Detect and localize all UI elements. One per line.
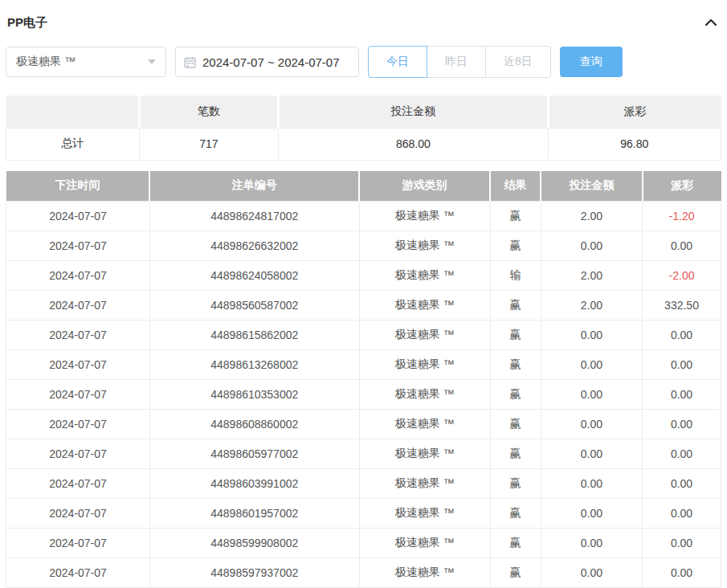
filter-row: 极速糖果 ™ 2024-07-07 ~ 2024-07-07 今日: [6, 46, 721, 78]
cell-payout: 0.00: [643, 350, 721, 380]
cell-bet-time: 2024-07-07: [6, 321, 150, 350]
summary-total-bet-amount: 868.00: [279, 128, 549, 160]
cell-payout: 0.00: [643, 321, 721, 350]
cell-bet-time: 2024-07-07: [6, 350, 150, 380]
cell-payout: 0.00: [643, 499, 721, 529]
cell-bet-amount: 2.00: [541, 291, 642, 321]
table-row: 2024-07-0744898624058002极速糖果 ™输2.00-2.00: [6, 261, 721, 291]
table-row: 2024-07-0744898601957002极速糖果 ™赢0.000.00: [6, 499, 721, 529]
table-row: 2024-07-0744898610353002极速糖果 ™赢0.000.00: [6, 380, 721, 410]
cell-order-no: 44898624817002: [149, 202, 359, 231]
cell-result: 赢: [490, 469, 541, 499]
cell-game-type: 极速糖果 ™: [359, 410, 490, 439]
cell-result: 赢: [490, 380, 541, 410]
table-row: 2024-07-0744898626632002极速糖果 ™赢0.000.00: [6, 231, 721, 261]
yesterday-button[interactable]: 昨日: [427, 46, 486, 78]
quick-filter-group: 今日 昨日 近8日: [368, 46, 551, 78]
cell-bet-amount: 0.00: [541, 469, 642, 499]
cell-payout: 332.50: [643, 291, 721, 321]
last-8-days-button[interactable]: 近8日: [485, 46, 551, 78]
cell-result: 赢: [490, 202, 541, 231]
cell-result: 输: [490, 261, 541, 291]
cell-bet-time: 2024-07-07: [6, 439, 150, 469]
caret-down-icon: [148, 59, 156, 64]
cell-game-type: 极速糖果 ™: [359, 529, 490, 558]
cell-order-no: 44898613268002: [149, 350, 359, 380]
cell-result: 赢: [490, 558, 541, 588]
cell-bet-time: 2024-07-07: [6, 558, 150, 588]
cell-bet-time: 2024-07-07: [6, 529, 150, 558]
cell-bet-time: 2024-07-07: [6, 410, 150, 439]
cell-result: 赢: [490, 439, 541, 469]
table-row: 2024-07-0744898597937002极速糖果 ™赢0.000.00: [6, 558, 721, 588]
today-button[interactable]: 今日: [368, 46, 427, 78]
cell-bet-time: 2024-07-07: [6, 202, 150, 231]
cell-bet-time: 2024-07-07: [6, 380, 150, 410]
cell-payout: -2.00: [643, 261, 721, 291]
table-row: 2024-07-0744898613268002极速糖果 ™赢0.000.00: [6, 350, 721, 380]
cell-order-no: 44898615862002: [149, 321, 359, 350]
calendar-icon: [184, 56, 196, 68]
cell-order-no: 44898597937002: [149, 558, 359, 588]
summary-header-count: 笔数: [139, 96, 279, 128]
cell-result: 赢: [490, 291, 541, 321]
cell-game-type: 极速糖果 ™: [359, 499, 490, 529]
table-row: 2024-07-0744898605977002极速糖果 ™赢0.000.00: [6, 439, 721, 469]
cell-bet-amount: 0.00: [541, 231, 642, 261]
table-row: 2024-07-0744898560587002极速糖果 ™赢2.00332.5…: [6, 291, 721, 321]
cell-result: 赢: [490, 529, 541, 558]
cell-bet-time: 2024-07-07: [6, 499, 150, 529]
cell-payout: 0.00: [643, 529, 721, 558]
table-row: 2024-07-0744898615862002极速糖果 ™赢0.000.00: [6, 321, 721, 350]
summary-total-label: 总计: [6, 128, 140, 160]
collapse-button[interactable]: [702, 15, 720, 30]
summary-header-row: 笔数 投注金额 派彩: [6, 96, 721, 128]
cell-order-no: 44898626632002: [149, 231, 359, 261]
cell-payout: 0.00: [643, 231, 721, 261]
cell-payout: 0.00: [643, 558, 721, 588]
cell-result: 赢: [490, 410, 541, 439]
table-row: 2024-07-0744898603991002极速糖果 ™赢0.000.00: [6, 469, 721, 499]
records-body: 2024-07-0744898624817002极速糖果 ™赢2.00-1.20…: [6, 202, 721, 588]
table-row: 2024-07-0744898599908002极速糖果 ™赢0.000.00: [6, 529, 721, 558]
game-select-value: 极速糖果 ™: [16, 55, 76, 69]
summary-total-payout: 96.80: [548, 128, 721, 160]
cell-bet-amount: 0.00: [541, 529, 642, 558]
header-order-no: 注单编号: [149, 171, 359, 202]
cell-game-type: 极速糖果 ™: [359, 558, 490, 588]
cell-order-no: 44898603991002: [149, 469, 359, 499]
header-result: 结果: [490, 171, 541, 202]
cell-payout: 0.00: [643, 469, 721, 499]
cell-bet-amount: 2.00: [541, 202, 642, 231]
cell-order-no: 44898560587002: [149, 291, 359, 321]
cell-game-type: 极速糖果 ™: [359, 202, 490, 231]
table-row: 2024-07-0744898608860002极速糖果 ™赢0.000.00: [6, 410, 721, 439]
cell-game-type: 极速糖果 ™: [359, 439, 490, 469]
summary-total-count: 717: [139, 128, 279, 160]
cell-result: 赢: [490, 350, 541, 380]
cell-order-no: 44898624058002: [149, 261, 359, 291]
records-header-row: 下注时间 注单编号 游戏类别 结果 投注金额 派彩: [6, 171, 721, 202]
summary-table: 笔数 投注金额 派彩 总计 717 868.00 96.80: [6, 96, 721, 161]
cell-game-type: 极速糖果 ™: [359, 291, 490, 321]
query-button[interactable]: 查询: [560, 47, 623, 77]
cell-bet-amount: 0.00: [541, 499, 642, 529]
cell-order-no: 44898608860002: [149, 410, 359, 439]
cell-order-no: 44898605977002: [149, 439, 359, 469]
cell-bet-amount: 0.00: [541, 410, 642, 439]
cell-bet-time: 2024-07-07: [6, 291, 150, 321]
cell-payout: 0.00: [643, 380, 721, 410]
cell-payout: -1.20: [643, 202, 721, 231]
game-select[interactable]: 极速糖果 ™: [6, 47, 166, 77]
cell-game-type: 极速糖果 ™: [359, 261, 490, 291]
summary-header-payout: 派彩: [548, 96, 721, 128]
cell-payout: 0.00: [643, 439, 721, 469]
cell-bet-amount: 0.00: [541, 321, 642, 350]
date-range-input[interactable]: 2024-07-07 ~ 2024-07-07: [175, 47, 359, 77]
cell-order-no: 44898601957002: [149, 499, 359, 529]
cell-game-type: 极速糖果 ™: [359, 469, 490, 499]
cell-bet-amount: 0.00: [541, 439, 642, 469]
pp-electronic-panel: PP电子 极速糖果 ™: [0, 0, 727, 588]
cell-order-no: 44898610353002: [149, 380, 359, 410]
chevron-up-icon: [704, 18, 718, 31]
